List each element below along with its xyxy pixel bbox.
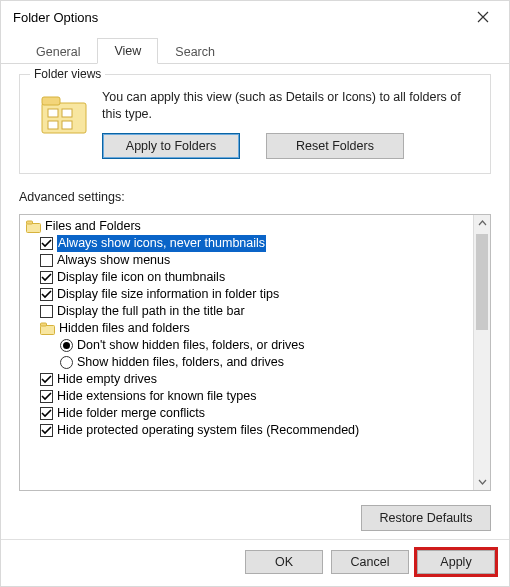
- scroll-thumb[interactable]: [476, 234, 488, 330]
- radio-icon: [60, 356, 73, 369]
- item-hide-ext[interactable]: Hide extensions for known file types: [40, 388, 471, 405]
- tree-root-label: Files and Folders: [45, 218, 141, 235]
- apply-button[interactable]: Apply: [417, 550, 495, 574]
- checkbox-icon: [40, 237, 53, 250]
- advanced-settings-list: Files and Folders Always show icons, nev…: [19, 214, 491, 491]
- item-full-path-title-label: Display the full path in the title bar: [57, 303, 245, 320]
- item-file-icon-thumb-label: Display file icon on thumbnails: [57, 269, 225, 286]
- svg-rect-3: [62, 109, 72, 117]
- item-hide-merge-label: Hide folder merge conflicts: [57, 405, 205, 422]
- item-show-hidden-label: Show hidden files, folders, and drives: [77, 354, 284, 371]
- titlebar: Folder Options: [1, 1, 509, 33]
- close-icon: [477, 11, 489, 23]
- item-always-menus-label: Always show menus: [57, 252, 170, 269]
- item-hide-ext-label: Hide extensions for known file types: [57, 388, 256, 405]
- checkbox-icon: [40, 373, 53, 386]
- checkbox-icon: [40, 288, 53, 301]
- item-file-size-tips[interactable]: Display file size information in folder …: [40, 286, 471, 303]
- checkbox-icon: [40, 305, 53, 318]
- item-hide-protected[interactable]: Hide protected operating system files (R…: [40, 422, 471, 439]
- item-hidden-group-label: Hidden files and folders: [59, 320, 190, 337]
- scroll-up-icon[interactable]: [474, 215, 490, 232]
- advanced-settings-tree: Files and Folders Always show icons, nev…: [20, 215, 473, 490]
- folder-views-text: You can apply this view (such as Details…: [102, 89, 476, 123]
- folder-views-buttons: Apply to Folders Reset Folders: [102, 133, 476, 159]
- item-full-path-title[interactable]: Display the full path in the title bar: [40, 303, 471, 320]
- tab-search[interactable]: Search: [158, 39, 232, 64]
- item-hide-empty-label: Hide empty drives: [57, 371, 157, 388]
- ok-button[interactable]: OK: [245, 550, 323, 574]
- item-file-size-tips-label: Display file size information in folder …: [57, 286, 279, 303]
- advanced-settings-label: Advanced settings:: [19, 190, 491, 204]
- folder-views-group: Folder views You can apply this view (su…: [19, 74, 491, 174]
- item-file-icon-thumb[interactable]: Display file icon on thumbnails: [40, 269, 471, 286]
- restore-defaults-button[interactable]: Restore Defaults: [361, 505, 491, 531]
- folder-icon: [40, 93, 88, 135]
- scrollbar[interactable]: [473, 215, 490, 490]
- scroll-down-icon[interactable]: [474, 473, 490, 490]
- tab-content: Folder views You can apply this view (su…: [1, 64, 509, 539]
- item-always-icons-label: Always show icons, never thumbnails: [57, 235, 266, 252]
- cancel-button[interactable]: Cancel: [331, 550, 409, 574]
- svg-rect-2: [48, 109, 58, 117]
- restore-row: Restore Defaults: [19, 501, 491, 531]
- item-hidden-group: Hidden files and folders: [40, 320, 471, 337]
- item-always-icons[interactable]: Always show icons, never thumbnails: [40, 235, 471, 252]
- tab-strip: General View Search: [1, 33, 509, 64]
- item-show-hidden[interactable]: Show hidden files, folders, and drives: [60, 354, 471, 371]
- scroll-track[interactable]: [474, 232, 490, 473]
- checkbox-icon: [40, 407, 53, 420]
- svg-rect-6: [27, 223, 41, 232]
- svg-rect-1: [42, 97, 60, 105]
- item-hide-empty[interactable]: Hide empty drives: [40, 371, 471, 388]
- tab-view[interactable]: View: [97, 38, 158, 64]
- checkbox-icon: [40, 424, 53, 437]
- svg-rect-5: [62, 121, 72, 129]
- folder-options-window: Folder Options General View Search Folde…: [0, 0, 510, 587]
- folder-small-icon: [40, 322, 55, 335]
- checkbox-icon: [40, 271, 53, 284]
- radio-icon: [60, 339, 73, 352]
- svg-rect-8: [41, 325, 55, 334]
- item-hide-merge[interactable]: Hide folder merge conflicts: [40, 405, 471, 422]
- folder-views-right: You can apply this view (such as Details…: [102, 89, 476, 159]
- reset-folders-button[interactable]: Reset Folders: [266, 133, 404, 159]
- item-dont-show-hidden[interactable]: Don't show hidden files, folders, or dri…: [60, 337, 471, 354]
- apply-to-folders-button[interactable]: Apply to Folders: [102, 133, 240, 159]
- svg-rect-7: [27, 221, 33, 224]
- item-hide-protected-label: Hide protected operating system files (R…: [57, 422, 359, 439]
- item-always-menus[interactable]: Always show menus: [40, 252, 471, 269]
- checkbox-icon: [40, 254, 53, 267]
- svg-rect-9: [41, 323, 47, 326]
- checkbox-icon: [40, 390, 53, 403]
- dialog-footer: OK Cancel Apply: [1, 539, 509, 586]
- close-button[interactable]: [463, 3, 503, 31]
- item-dont-show-hidden-label: Don't show hidden files, folders, or dri…: [77, 337, 305, 354]
- window-title: Folder Options: [13, 10, 98, 25]
- svg-rect-4: [48, 121, 58, 129]
- folder-views-legend: Folder views: [30, 67, 105, 81]
- folder-small-icon: [26, 220, 41, 233]
- tab-general[interactable]: General: [19, 39, 97, 64]
- tree-root-files-folders: Files and Folders: [26, 218, 471, 235]
